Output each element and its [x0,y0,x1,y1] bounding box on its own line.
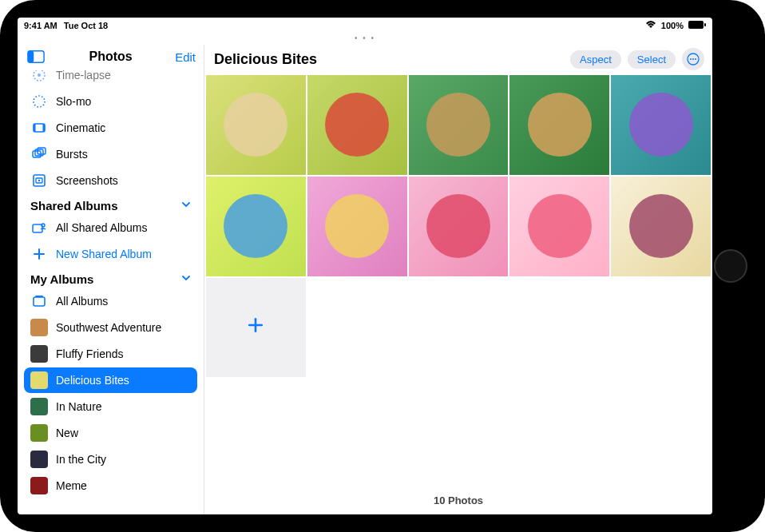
sidebar-item-cinematic[interactable]: Cinematic [24,115,197,141]
svg-point-25 [695,58,696,60]
sidebar-item-in-nature[interactable]: In Nature [24,394,197,419]
sidebar-item-label: In the City [56,453,106,466]
svg-point-23 [690,58,692,60]
screenshots-icon [30,172,48,189]
sidebar-item-label: Bursts [56,148,88,161]
photo-thumbnail[interactable] [509,75,609,175]
svg-point-15 [38,180,40,181]
sidebar-item-label: Southwest Adventure [56,321,161,334]
sidebar-item-label: All Albums [56,295,108,308]
bursts-icon [30,145,48,163]
sidebar-scroll[interactable]: Time-lapseSlo-moCinematicBurstsScreensho… [18,70,204,514]
status-date: Tue Oct 18 [64,21,108,30]
sidebar-item-screenshots[interactable]: Screenshots [24,168,197,193]
sidebar-item-delicious-bites[interactable]: Delicious Bites [24,367,197,393]
sidebar-toggle-button[interactable] [26,48,46,66]
shared-album-icon [30,219,48,236]
plus-icon [30,245,48,263]
sidebar-item-label: Fluffy Friends [56,347,124,360]
select-button[interactable]: Select [628,50,676,69]
album-thumbnail [30,424,48,442]
photo-thumbnail[interactable] [307,177,407,276]
album-thumbnail [30,451,48,468]
album-thumbnail [30,345,48,363]
sidebar-item-fluffy-friends[interactable]: Fluffy Friends [24,341,197,367]
sidebar-item-time-lapse[interactable]: Time-lapse [24,70,197,88]
album-thumbnail [30,371,48,389]
more-button[interactable] [682,48,704,70]
album-thumbnail [30,477,48,494]
sidebar-item-bursts[interactable]: Bursts [24,141,197,167]
photo-thumbnail[interactable] [409,177,509,276]
sidebar-item-label: All Shared Albums [56,221,147,234]
photo-count: 10 Photos [204,480,712,514]
svg-point-6 [34,96,45,107]
wifi-icon [645,21,656,30]
album-title: Delicious Bites [214,51,317,68]
sidebar-item-label: Cinematic [56,121,105,134]
home-button[interactable] [714,249,747,283]
sidebar-item-all-albums[interactable]: All Albums [24,288,197,314]
svg-point-17 [42,224,45,227]
chevron-down-icon [181,273,191,285]
sidebar-item-slo-mo[interactable]: Slo-mo [24,89,197,114]
sidebar-item-label: Delicious Bites [56,374,129,387]
svg-rect-1 [704,23,706,26]
sidebar-item-new-shared-album[interactable]: New Shared Album [24,241,197,267]
cinematic-icon [30,119,48,137]
svg-point-24 [692,58,694,60]
photo-thumbnail[interactable] [611,75,711,175]
slomo-icon [30,93,48,110]
sidebar-title: Photos [89,50,132,64]
sidebar-item-label: Time-lapse [56,70,111,81]
svg-point-5 [38,73,41,77]
sidebar-item-in-the-city[interactable]: In the City [24,447,197,472]
sidebar-item-southwest-adventure[interactable]: Southwest Adventure [24,315,197,340]
sidebar-item-label: Meme [56,479,87,492]
photo-thumbnail[interactable] [409,75,509,175]
battery-percent: 100% [661,21,684,30]
sidebar-item-all-shared-albums[interactable]: All Shared Albums [24,215,197,240]
section-shared-albums[interactable]: Shared Albums [21,194,200,214]
edit-button[interactable]: Edit [175,50,196,64]
photo-thumbnail[interactable] [611,177,711,276]
plus-icon [245,315,266,341]
sidebar-item-label: Screenshots [56,174,118,187]
add-photo-button[interactable] [206,278,306,378]
sidebar: Photos Edit Time-lapseSlo-moCinematicBur… [18,45,204,514]
timelapse-icon [30,70,48,84]
svg-rect-21 [35,296,43,297]
svg-rect-3 [28,51,34,63]
aspect-button[interactable]: Aspect [570,50,621,69]
svg-rect-9 [43,124,46,132]
photo-thumbnail[interactable] [206,177,306,276]
svg-rect-8 [34,124,36,132]
sidebar-item-meme[interactable]: Meme [24,473,197,498]
chevron-down-icon [181,200,191,212]
photo-thumbnail[interactable] [509,177,609,276]
status-bar: 9:41 AM Tue Oct 18 100% [18,18,712,34]
battery-icon [688,21,706,30]
album-thumbnail [30,398,48,415]
photo-thumbnail[interactable] [307,75,407,175]
photo-grid [204,75,712,377]
photo-thumbnail[interactable] [206,75,306,175]
sidebar-item-label: Slo-mo [56,95,91,108]
svg-rect-0 [688,21,704,29]
svg-rect-16 [33,224,42,232]
albums-icon [30,292,48,310]
sidebar-item-new[interactable]: New [24,420,197,446]
sidebar-item-label: New Shared Album [56,248,152,260]
sidebar-item-label: New [56,427,78,439]
section-my-albums[interactable]: My Albums [21,268,200,288]
main-content: Delicious Bites Aspect Select 10 Photos [204,45,712,514]
status-time: 9:41 AM [24,21,57,30]
svg-rect-11 [35,149,43,156]
multitask-dots-icon[interactable]: • • • [18,34,712,45]
ellipsis-icon [687,53,700,66]
svg-rect-20 [34,297,45,306]
sidebar-item-label: In Nature [56,400,102,413]
album-thumbnail [30,319,48,336]
